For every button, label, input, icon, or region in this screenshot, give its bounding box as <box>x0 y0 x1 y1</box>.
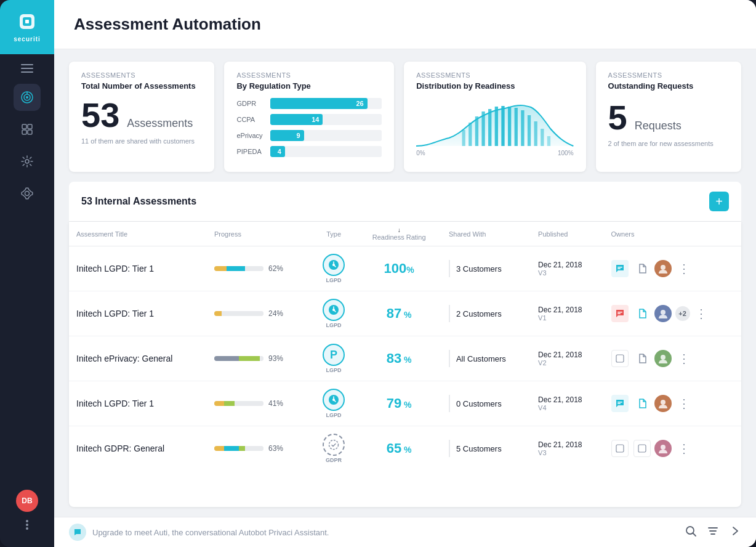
row5-doc-icon[interactable] <box>633 440 651 457</box>
outstanding-count: 5 <box>608 100 627 135</box>
svg-rect-40 <box>616 355 624 362</box>
nav-icon-dashboard[interactable] <box>14 116 41 143</box>
svg-rect-7 <box>22 124 26 129</box>
table-header: 53 Internal Assessments + <box>69 182 741 222</box>
svg-point-11 <box>25 160 29 163</box>
svg-point-13 <box>26 520 28 522</box>
row5-check-icon[interactable] <box>611 440 629 457</box>
stats-row: Assessments Total Number of Assessments … <box>54 49 756 182</box>
nav-icon-tools[interactable] <box>14 148 41 175</box>
sidebar-bottom: DB <box>16 490 38 547</box>
nav-icon-settings[interactable] <box>14 180 41 207</box>
row1-type: LGPD <box>318 254 349 283</box>
row2-more-button[interactable]: ⋮ <box>695 306 707 321</box>
row3-title: Initech ePrivacy: General <box>76 354 172 363</box>
bottom-bar: Upgrade to meet Auti, the conversational… <box>54 517 756 547</box>
svg-point-12 <box>25 192 30 196</box>
row4-shared: 0 Customers <box>449 395 523 412</box>
row2-owner-avatar <box>653 304 673 323</box>
total-unit: Assessments <box>127 117 193 130</box>
row5-progress: 63% <box>214 444 304 453</box>
stat-card-regulation: Assessments By Regulation Type GDPR 26 C… <box>224 62 394 172</box>
row1-owners: ⋮ <box>611 259 734 278</box>
svg-point-47 <box>329 440 339 450</box>
row5-type: GDPR <box>318 434 349 463</box>
svg-point-41 <box>661 355 666 360</box>
svg-rect-33 <box>617 269 621 270</box>
svg-rect-23 <box>508 107 511 146</box>
forward-button[interactable] <box>729 525 741 540</box>
user-avatar[interactable]: DB <box>16 490 38 512</box>
stat-card-title: Total Number of Assessments <box>81 81 202 91</box>
svg-rect-29 <box>547 136 550 146</box>
svg-point-31 <box>332 264 335 266</box>
row5-owner-avatar <box>653 439 673 458</box>
svg-rect-18 <box>475 116 478 146</box>
row3-check-icon[interactable] <box>611 350 629 367</box>
row2-owners: +2 ⋮ <box>611 304 734 323</box>
table-title: 53 Internal Assessments <box>81 196 196 207</box>
row2-chat-icon[interactable] <box>611 305 629 322</box>
svg-rect-17 <box>468 123 472 146</box>
stat-card-distribution: Assessments Distribution by Readiness <box>404 62 585 172</box>
row1-shared: 3 Customers <box>449 260 523 277</box>
svg-point-46 <box>661 400 666 405</box>
row1-chat-icon[interactable] <box>611 260 629 277</box>
row4-chat-icon[interactable] <box>611 395 629 412</box>
svg-point-34 <box>661 265 666 270</box>
svg-rect-25 <box>521 110 524 146</box>
svg-rect-8 <box>28 124 32 129</box>
row2-extra-count: +2 <box>675 306 690 321</box>
row4-pct: 41% <box>268 399 283 408</box>
svg-rect-28 <box>541 129 544 146</box>
svg-rect-48 <box>616 445 624 452</box>
outstanding-card-title: Outstanding Requests <box>608 81 729 91</box>
table-section: 53 Internal Assessments + Assessment Tit… <box>54 182 756 517</box>
dist-section-label: Assessments <box>416 71 573 79</box>
row2-pct: 24% <box>268 309 283 318</box>
logo-text: securiti <box>14 36 41 43</box>
more-options-icon[interactable] <box>20 518 34 535</box>
dist-card-title: Distribution by Readiness <box>416 81 573 91</box>
svg-point-15 <box>26 527 28 530</box>
row1-title: Initech LGPD: Tier 1 <box>76 264 154 274</box>
row5-more-button[interactable]: ⋮ <box>678 441 690 456</box>
distribution-chart <box>416 98 573 147</box>
row1-more-button[interactable]: ⋮ <box>678 261 690 276</box>
svg-rect-27 <box>534 121 537 146</box>
row4-type: LGPD <box>318 389 349 418</box>
stat-section-label: Assessments <box>81 71 202 79</box>
row1-published: Dec 21, 2018 V3 <box>538 261 596 277</box>
row4-more-button[interactable]: ⋮ <box>678 396 690 411</box>
bar-label-eprivacy: ePrivacy <box>236 132 270 139</box>
svg-rect-45 <box>617 403 621 405</box>
row2-doc-icon[interactable] <box>633 305 651 322</box>
svg-rect-22 <box>502 106 505 146</box>
svg-rect-44 <box>617 402 622 403</box>
row5-readiness: 65 % <box>387 440 412 456</box>
stat-card-outstanding: Assessments Outstanding Requests 5 Reque… <box>596 62 741 172</box>
outstanding-sub: 2 of them are for new assessments <box>608 140 729 147</box>
row2-shared: 2 Customers <box>449 305 523 322</box>
row3-doc-icon[interactable] <box>633 350 651 367</box>
hamburger-button[interactable] <box>21 54 33 78</box>
svg-point-36 <box>332 309 335 311</box>
row4-doc-icon[interactable] <box>633 395 651 412</box>
row3-type: P LGPD <box>318 344 349 373</box>
row1-doc-icon[interactable] <box>633 260 651 277</box>
row1-owner-avatar <box>653 259 673 278</box>
filter-button[interactable] <box>707 525 719 540</box>
bar-label-ccpa: CCPA <box>236 116 270 123</box>
search-button[interactable] <box>685 525 697 540</box>
svg-point-39 <box>661 310 666 315</box>
table-row: Initech LGPD: Tier 1 62% <box>69 246 741 291</box>
regulation-bar-chart: GDPR 26 CCPA 14 ePrivacy 9 PIPEDA 4 <box>236 98 382 157</box>
col-type: Type <box>311 222 356 246</box>
row5-published: Dec 21, 2018 V3 <box>538 440 596 456</box>
svg-rect-10 <box>28 130 32 134</box>
row3-more-button[interactable]: ⋮ <box>678 351 690 366</box>
total-sub: 11 of them are shared with customers <box>81 137 202 145</box>
nav-icon-radar[interactable] <box>14 84 41 111</box>
add-assessment-button[interactable]: + <box>709 192 729 211</box>
row2-type: LGPD <box>318 299 349 328</box>
